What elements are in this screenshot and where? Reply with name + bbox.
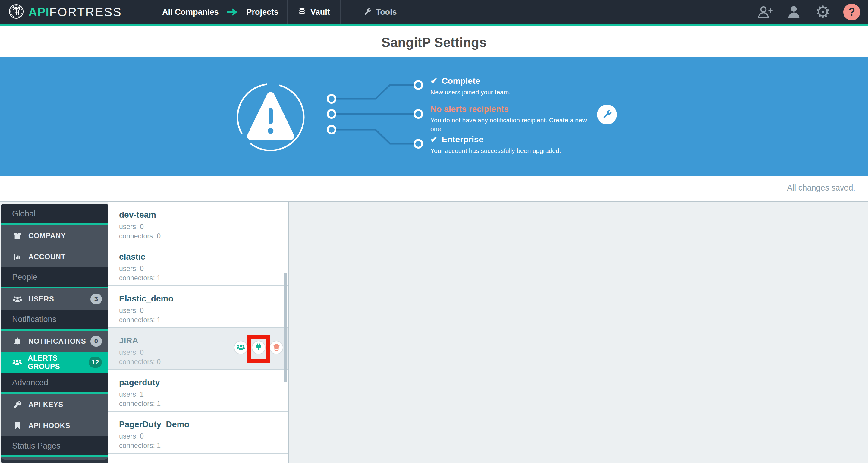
- help-icon[interactable]: ?: [843, 4, 860, 21]
- group-row-slack[interactable]: slack: [108, 454, 288, 463]
- wrench-icon: [363, 7, 372, 17]
- sidebar-section-notifications: Notifications: [1, 310, 108, 331]
- delete-group-button[interactable]: [270, 341, 283, 354]
- sidebar-section-advanced: Advanced: [1, 373, 108, 394]
- saved-band: All changes saved.: [0, 176, 868, 202]
- bell-icon: [12, 337, 23, 346]
- settings-main-section: Global COMPANY ACCOUNT: [0, 202, 868, 463]
- group-row-pagerduty[interactable]: pagerduty users: 1connectors: 1: [108, 370, 288, 412]
- jira-row-actions: [234, 341, 283, 354]
- manage-connectors-button[interactable]: [252, 341, 266, 354]
- app-logo[interactable]: APIFORTRESS: [8, 4, 122, 21]
- sidebar-item-account[interactable]: ACCOUNT: [1, 246, 108, 267]
- sidebar-section-status-pages: Status Pages: [1, 436, 108, 457]
- users-icon: [236, 344, 245, 352]
- nav-vault[interactable]: Vault: [287, 0, 340, 24]
- wrench-icon: [602, 109, 612, 120]
- users-icon: [12, 359, 22, 366]
- sidebar-item-company[interactable]: COMPANY: [1, 225, 108, 246]
- alerts-groups-list: dev-team users: 0connectors: 0 elastic u…: [108, 202, 289, 463]
- breadcrumb-arrow-icon: [227, 8, 239, 16]
- fortress-logo-icon: [8, 4, 24, 21]
- check-icon: ✔: [430, 76, 437, 86]
- checklist-item-enterprise: ✔Enterprise Your account has successfull…: [430, 134, 561, 155]
- sidebar-section-global: Global: [1, 204, 108, 225]
- sidebar-item-api-keys[interactable]: API KEYS: [1, 394, 108, 415]
- users-count-badge: 3: [90, 294, 102, 304]
- archive-icon: [12, 231, 23, 240]
- add-user-icon[interactable]: [756, 4, 773, 21]
- sidebar-item-notifications[interactable]: NOTIFICATIONS 0: [1, 331, 108, 352]
- alerts-groups-count-badge: 12: [89, 357, 102, 368]
- detail-empty-area: [290, 202, 868, 463]
- manage-users-button[interactable]: [234, 341, 248, 354]
- settings-sidebar: Global COMPANY ACCOUNT: [1, 204, 108, 460]
- users-icon: [12, 295, 23, 303]
- onboarding-banner: ✔Complete New users joined your team. No…: [0, 57, 868, 176]
- fix-alerts-wrench-button[interactable]: [597, 104, 617, 124]
- plug-icon: [254, 343, 263, 352]
- primary-nav: All Companies Projects Vault: [162, 0, 407, 24]
- nav-divider: [340, 0, 341, 24]
- group-row-jira[interactable]: JIRA users: 0connectors: 0: [108, 328, 288, 370]
- nav-projects[interactable]: Projects: [247, 7, 279, 17]
- autosave-status: All changes saved.: [787, 183, 855, 193]
- list-scrollbar-thumb[interactable]: [284, 273, 287, 381]
- checklist-item-complete: ✔Complete New users joined your team.: [430, 76, 510, 96]
- nav-tools[interactable]: Tools: [353, 0, 407, 24]
- brand-wordmark: APIFORTRESS: [28, 5, 122, 19]
- title-band: SangitP Settings: [0, 28, 868, 57]
- settings-gear-icon[interactable]: ⚙: [814, 4, 831, 21]
- key-icon: [12, 400, 23, 409]
- top-nav-bar: APIFORTRESS All Companies Projects: [0, 0, 868, 26]
- api-fortress-settings-page: APIFORTRESS All Companies Projects: [0, 0, 868, 463]
- user-profile-icon[interactable]: [785, 4, 802, 21]
- bookmark-icon: [12, 422, 23, 430]
- page-title: SangitP Settings: [381, 35, 487, 50]
- group-row-elastic[interactable]: elastic users: 0connectors: 1: [108, 244, 288, 286]
- sidebar-item-users[interactable]: USERS 3: [1, 288, 108, 310]
- group-row-dev-team[interactable]: dev-team users: 0connectors: 0: [108, 202, 288, 244]
- notifications-count-badge: 0: [90, 336, 102, 347]
- checklist-item-no-alert-recipients: No alerts recipients You do not have any…: [430, 104, 587, 133]
- check-icon: ✔: [430, 134, 437, 144]
- sidebar-item-alerts-groups[interactable]: ALERTS GROUPS 12: [1, 352, 108, 373]
- sidebar-item-api-hooks[interactable]: API HOOKS: [1, 415, 108, 436]
- sidebar-section-people: People: [1, 267, 108, 288]
- database-icon: [298, 7, 306, 17]
- nav-all-companies[interactable]: All Companies: [162, 7, 219, 17]
- header-action-icons: ⚙ ?: [756, 0, 860, 24]
- group-row-pagerduty-demo[interactable]: PagerDuty_Demo users: 0connectors: 1: [108, 412, 288, 454]
- bar-chart-icon: [12, 252, 23, 261]
- group-row-elastic-demo[interactable]: Elastic_demo users: 0connectors: 1: [108, 286, 288, 328]
- trash-icon: [273, 343, 281, 352]
